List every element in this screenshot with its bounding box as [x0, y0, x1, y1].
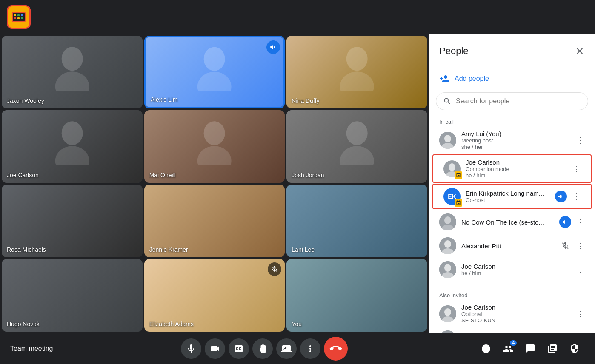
activities-button[interactable] [542, 338, 563, 359]
tile-label: Nina Duffy [292, 97, 319, 104]
tile-label: Jennie Kramer [149, 246, 188, 253]
main-area: Jaxon Wooley Alexis Lim [0, 34, 595, 333]
person-item-invited: Joe Carlson he / him ⋮ [429, 327, 595, 333]
end-call-button[interactable] [324, 337, 348, 361]
more-options-button[interactable]: ⋮ [569, 161, 584, 176]
more-options-button[interactable]: ⋮ [573, 214, 588, 230]
person-item: No Cow On The Ice (se-sto... ⋮ [429, 210, 595, 234]
person-actions: ⋮ [573, 306, 588, 321]
person-actions: ⋮ [555, 189, 584, 204]
svg-rect-2 [14, 14, 16, 16]
meeting-title: Team meeting [10, 345, 53, 352]
video-tile-active[interactable]: Alexis Lim [144, 36, 285, 108]
toolbar-right: 4 [476, 338, 585, 359]
share-screen-button[interactable] [276, 338, 297, 359]
info-button[interactable] [476, 338, 496, 359]
video-tile-self[interactable]: You [286, 259, 427, 332]
person-actions: ⋮ [569, 161, 584, 176]
svg-point-36 [444, 308, 451, 316]
more-options-button[interactable]: ⋮ [573, 238, 588, 253]
tile-label: Hugo Novak [7, 321, 40, 327]
person-info: Joe Carlson he / him [461, 263, 568, 276]
person-sub: Optional [461, 311, 568, 317]
meeting-title-container: Team meeting [10, 345, 53, 353]
people-panel: People Add people [429, 34, 595, 333]
person-sub: Co-host [466, 197, 550, 203]
video-tile[interactable]: Josh Jordan [286, 110, 427, 183]
camera-button[interactable] [205, 338, 225, 359]
person-name: Joe Carlson [461, 263, 568, 270]
video-tile[interactable]: Jennie Kramer [144, 185, 285, 257]
raise-hand-button[interactable] [252, 338, 273, 359]
security-button[interactable] [564, 338, 585, 359]
add-people-label: Add people [455, 75, 489, 82]
more-options-button[interactable]: ⋮ [573, 262, 588, 277]
video-grid: Jaxon Wooley Alexis Lim [0, 34, 429, 333]
speaking-status-icon [555, 191, 567, 202]
more-options-button[interactable]: ⋮ [573, 306, 588, 321]
panel-body: Add people In call [429, 65, 595, 333]
person-sub: he / him [461, 270, 568, 276]
more-options-button[interactable]: ⋮ [569, 189, 584, 204]
svg-point-11 [197, 72, 232, 91]
person-sub2: SE-STO-KUN [461, 317, 568, 324]
panel-title: People [439, 46, 469, 57]
svg-point-18 [346, 121, 368, 145]
person-name: Alexander Pitt [461, 242, 554, 250]
svg-point-12 [346, 47, 368, 71]
avatar [439, 237, 456, 254]
mic-button[interactable] [181, 338, 201, 359]
svg-point-30 [444, 240, 451, 248]
tile-label: You [292, 321, 302, 327]
svg-rect-1 [13, 13, 25, 21]
video-tile[interactable]: Jaxon Wooley [2, 36, 143, 108]
search-icon [443, 97, 452, 105]
more-options-button[interactable]: ⋮ [573, 133, 588, 148]
person-name: Joe Carlson [466, 159, 564, 166]
person-sub: Companion mode [466, 166, 564, 172]
person-actions: ⋮ [573, 133, 588, 148]
svg-rect-6 [17, 17, 20, 19]
svg-point-16 [204, 121, 225, 145]
avatar [439, 305, 456, 322]
search-input[interactable] [456, 97, 581, 105]
person-name: Amy Lui (You) [461, 130, 568, 137]
speaking-status-icon [559, 216, 571, 228]
captions-button[interactable] [229, 338, 249, 359]
svg-point-14 [61, 121, 83, 145]
video-tile[interactable]: Lani Lee [286, 185, 427, 257]
svg-point-8 [61, 47, 83, 71]
people-badge: 4 [510, 340, 517, 346]
more-options-button[interactable] [300, 338, 320, 359]
avatar [439, 132, 456, 149]
person-info: Joe Carlson Optional SE-STO-KUN [461, 304, 568, 324]
person-item: Amy Lui (You) Meeting host she / her ⋮ [429, 127, 595, 154]
also-invited-label: Also invited [429, 289, 595, 300]
video-tile-muted[interactable]: Elizabeth Adams [144, 259, 285, 332]
svg-point-21 [444, 135, 451, 142]
person-item-erin: EK Erin Kirkpatrick Long nam... Co-host [432, 184, 592, 209]
svg-point-17 [197, 146, 232, 165]
companion-badge [455, 199, 462, 207]
add-people-button[interactable]: Add people [429, 68, 595, 89]
app-icon[interactable] [7, 5, 31, 29]
person-sub: Meeting host [461, 137, 568, 144]
person-name: No Cow On The Ice (se-sto... [461, 219, 554, 226]
video-tile[interactable]: Rosa Michaels [2, 185, 143, 257]
video-tile[interactable]: Mai Oneill [144, 110, 285, 183]
more-options-button[interactable]: ⋮ [573, 331, 588, 333]
video-tile[interactable]: Joe Carlson [2, 110, 143, 183]
people-button[interactable]: 4 [498, 338, 518, 359]
person-actions: ⋮ [573, 331, 588, 333]
tile-label: Mai Oneill [149, 172, 176, 179]
in-call-label: In call [429, 115, 595, 127]
search-bar [436, 92, 588, 110]
close-button[interactable] [571, 43, 588, 60]
video-tile[interactable]: Hugo Novak [2, 259, 143, 332]
chat-button[interactable] [520, 338, 541, 359]
person-info: Alexander Pitt [461, 242, 554, 250]
tile-label: Alexis Lim [151, 96, 178, 103]
svg-point-33 [444, 264, 451, 272]
video-tile[interactable]: Nina Duffy [286, 36, 427, 108]
svg-point-24 [449, 163, 455, 171]
